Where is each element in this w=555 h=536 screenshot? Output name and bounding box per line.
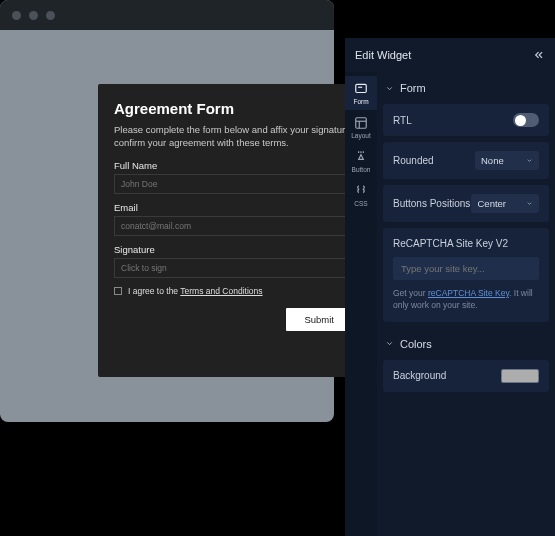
field-signature: Signature [114, 244, 382, 278]
tab-layout-label: Layout [351, 132, 371, 139]
field-email: Email [114, 202, 382, 236]
section-colors-head[interactable]: Colors [377, 328, 555, 360]
panel-header: Edit Widget [345, 38, 555, 72]
section-form-head[interactable]: Form [377, 72, 555, 104]
panel-body: Form Layout Button CSS Form RTL [345, 72, 555, 536]
buttons-positions-select[interactable]: Center [471, 194, 539, 213]
collapse-icon[interactable] [531, 48, 545, 62]
section-form-title: Form [400, 82, 426, 94]
panel-content: Form RTL Rounded None Buttons Positions … [377, 72, 555, 536]
signature-label: Signature [114, 244, 382, 255]
rounded-select[interactable]: None [475, 151, 539, 170]
window-titlebar [0, 0, 334, 30]
edit-widget-panel: Edit Widget Form Layout Button CSS [345, 38, 555, 536]
buttons-positions-label: Buttons Positions [393, 197, 470, 210]
chevron-down-icon [526, 157, 533, 164]
tab-form-label: Form [353, 98, 368, 105]
tab-layout[interactable]: Layout [345, 110, 377, 144]
full-name-input[interactable] [114, 174, 382, 194]
tab-button-label: Button [352, 166, 371, 173]
form-description: Please complete the form below and affix… [114, 123, 382, 150]
chevron-down-icon [526, 200, 533, 207]
rtl-toggle[interactable] [513, 113, 539, 127]
row-rtl: RTL [383, 104, 549, 136]
window-dot [29, 11, 38, 20]
background-label: Background [393, 370, 446, 381]
background-swatch[interactable] [501, 369, 539, 383]
toggle-knob [515, 115, 526, 126]
agree-checkbox[interactable] [114, 287, 122, 295]
panel-title: Edit Widget [355, 49, 411, 61]
full-name-label: Full Name [114, 160, 382, 171]
recaptcha-label: ReCAPTCHA Site Key V2 [393, 238, 539, 249]
tab-form[interactable]: Form [345, 76, 377, 110]
buttons-positions-value: Center [477, 198, 506, 209]
recaptcha-site-key-link[interactable]: reCAPTCHA Site Key [428, 288, 509, 298]
window-dot [46, 11, 55, 20]
agree-prefix: I agree to the [128, 286, 180, 296]
agree-row: I agree to the Terms and Conditions [114, 286, 382, 296]
svg-rect-2 [356, 117, 367, 128]
email-input[interactable] [114, 216, 382, 236]
recaptcha-input[interactable] [393, 257, 539, 280]
form-icon [354, 82, 368, 96]
row-background: Background [383, 360, 549, 392]
section-colors-title: Colors [400, 338, 432, 350]
signature-input[interactable] [114, 258, 382, 278]
svg-rect-0 [356, 84, 367, 92]
rtl-label: RTL [393, 115, 412, 126]
agree-label: I agree to the Terms and Conditions [128, 286, 263, 296]
email-label: Email [114, 202, 382, 213]
tab-css-label: CSS [354, 200, 367, 207]
row-rounded: Rounded None [383, 142, 549, 179]
recaptcha-helper: Get your reCAPTCHA Site Key. It will onl… [393, 288, 539, 312]
submit-button[interactable]: Submit [286, 308, 352, 331]
recaptcha-helper-prefix: Get your [393, 288, 428, 298]
window-dot [12, 11, 21, 20]
rounded-value: None [481, 155, 504, 166]
rounded-label: Rounded [393, 155, 434, 166]
chevron-down-icon [385, 339, 394, 348]
row-buttons-positions: Buttons Positions Center [383, 185, 549, 222]
chevron-down-icon [385, 84, 394, 93]
tab-button[interactable]: Button [345, 144, 377, 178]
panel-tabs: Form Layout Button CSS [345, 72, 377, 536]
block-recaptcha: ReCAPTCHA Site Key V2 Get your reCAPTCHA… [383, 228, 549, 322]
terms-link[interactable]: Terms and Conditions [180, 286, 262, 296]
tab-css[interactable]: CSS [345, 178, 377, 212]
submit-row: Submit [114, 308, 382, 331]
field-full-name: Full Name [114, 160, 382, 194]
form-title: Agreement Form [114, 100, 382, 117]
layout-icon [354, 116, 368, 130]
button-icon [354, 150, 368, 164]
css-icon [354, 184, 368, 198]
